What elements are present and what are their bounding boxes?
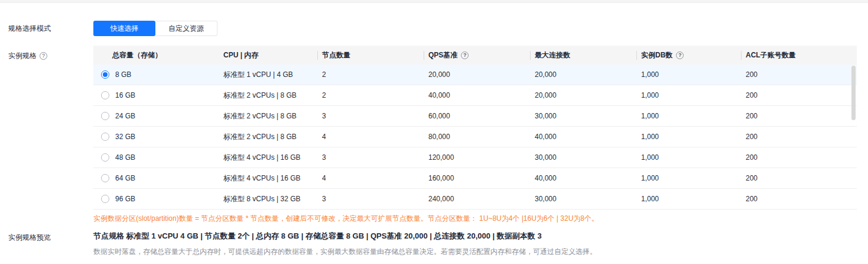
table-row[interactable]: 48 GB标准型 4 vCPUs | 16 GB3120,00030,0001,… [93, 147, 857, 168]
cell-value: 200 [746, 153, 758, 162]
cell-value: 200 [746, 174, 758, 182]
table-row[interactable]: 24 GB标准型 2 vCPUs | 8 GB360,00030,0001,00… [93, 106, 857, 127]
cell-acl: 200 [746, 133, 857, 141]
cell-capacity: 24 GB [93, 112, 223, 120]
mode-label: 规格选择模式 [8, 21, 93, 36]
spec-table: 总容量（存储）CPU | 内存节点数量QPS基准?最大连接数实例DB数?ACL子… [93, 46, 857, 224]
tab-quick-select[interactable]: 快速选择 [93, 21, 155, 36]
column-header-label: 实例DB数 [641, 50, 672, 60]
radio-button[interactable] [101, 153, 109, 162]
cell-value: 200 [746, 91, 758, 99]
table-row[interactable]: 64 GB标准型 4 vCPUs | 16 GB4160,00040,0001,… [93, 168, 857, 189]
cell-max_conn: 40,000 [535, 133, 641, 141]
cell-nodes: 4 [322, 133, 428, 141]
cell-nodes: 4 [322, 174, 428, 182]
partition-note: 实例数据分区(slot/partition)数量 = 节点分区数量 * 节点数量… [93, 214, 857, 224]
cell-capacity: 16 GB [93, 91, 223, 99]
cell-value: 200 [746, 133, 758, 141]
cell-qps: 80,000 [428, 133, 535, 141]
cell-max_conn: 40,000 [535, 174, 641, 182]
mode-row: 规格选择模式 快速选择自定义资源 [8, 21, 868, 36]
cell-acl: 200 [746, 153, 857, 162]
cell-value: 60,000 [428, 112, 450, 120]
cell-capacity: 64 GB [93, 174, 223, 182]
cell-qps: 240,000 [428, 195, 535, 203]
cell-value: 1,000 [641, 70, 659, 79]
cell-value: 32 GB [115, 133, 135, 141]
cell-db_count: 1,000 [641, 70, 746, 79]
cell-value: 2 [322, 91, 326, 99]
column-header: CPU | 内存 [223, 50, 322, 60]
cell-value: 160,000 [428, 174, 454, 182]
cell-value: 40,000 [428, 91, 450, 99]
cell-db_count: 1,000 [641, 91, 746, 99]
column-header-label: 总容量（存储） [112, 50, 162, 60]
cell-nodes: 3 [322, 112, 428, 120]
column-header: 总容量（存储） [93, 50, 223, 60]
cell-cpu_mem: 标准型 2 vCPUs | 8 GB [223, 111, 322, 121]
cell-value: 200 [746, 195, 758, 203]
scrollbar-thumb[interactable] [851, 66, 856, 120]
radio-button[interactable] [101, 70, 109, 79]
cell-acl: 200 [746, 112, 857, 120]
cell-value: 48 GB [115, 153, 135, 162]
help-icon[interactable]: ? [40, 52, 47, 60]
help-icon[interactable]: ? [676, 51, 684, 59]
cell-qps: 160,000 [428, 174, 535, 182]
cell-acl: 200 [746, 91, 857, 99]
column-header: ACL子账号数量 [746, 50, 857, 60]
cell-cpu_mem: 标准型 2 vCPUs | 8 GB [223, 132, 322, 142]
cell-value: 40,000 [535, 133, 557, 141]
cell-value: 4 [322, 133, 326, 141]
table-row[interactable]: 16 GB标准型 2 vCPUs | 8 GB240,00020,0001,00… [93, 85, 857, 106]
cell-value: 标准型 1 vCPU | 4 GB [223, 70, 293, 80]
column-header-label: ACL子账号数量 [746, 50, 796, 60]
cell-value: 3 [322, 195, 326, 203]
preview-label: 实例规格预览 [8, 231, 93, 243]
cell-cpu_mem: 标准型 1 vCPU | 4 GB [223, 70, 322, 80]
help-icon[interactable]: ? [461, 51, 469, 59]
radio-button[interactable] [101, 174, 109, 182]
cell-value: 标准型 2 vCPUs | 8 GB [223, 111, 297, 121]
cell-db_count: 1,000 [641, 174, 746, 182]
table-row[interactable]: 96 GB标准型 8 vCPUs | 32 GB3240,00030,0001,… [93, 189, 857, 210]
spec-row: 实例规格 ? 总容量（存储）CPU | 内存节点数量QPS基准?最大连接数实例D… [8, 46, 868, 224]
cell-qps: 20,000 [428, 70, 535, 79]
cell-db_count: 1,000 [641, 133, 746, 141]
table-header: 总容量（存储）CPU | 内存节点数量QPS基准?最大连接数实例DB数?ACL子… [93, 46, 857, 65]
radio-button[interactable] [101, 195, 109, 203]
cell-acl: 200 [746, 70, 857, 79]
tab-custom-resource[interactable]: 自定义资源 [155, 21, 217, 36]
cell-value: 240,000 [428, 195, 454, 203]
spec-selection-panel: 规格选择模式 快速选择自定义资源 实例规格 ? 总容量（存储）CPU | 内存节… [0, 21, 868, 257]
column-header-label: 最大连接数 [535, 50, 570, 60]
cell-value: 80,000 [428, 133, 450, 141]
cell-value: 标准型 2 vCPUs | 8 GB [223, 91, 297, 101]
cell-acl: 200 [746, 174, 857, 182]
cell-value: 标准型 2 vCPUs | 8 GB [223, 132, 297, 142]
table-row[interactable]: 8 GB标准型 1 vCPU | 4 GB220,00020,0001,0002… [93, 65, 857, 85]
column-header-label: 节点数量 [322, 50, 350, 60]
cell-nodes: 2 [322, 70, 428, 79]
cell-value: 30,000 [535, 112, 557, 120]
cell-value: 1,000 [641, 174, 659, 182]
column-header: 实例DB数? [641, 50, 746, 60]
preview-content: 节点规格 标准型 1 vCPU 4 GB | 节点数量 2个 | 总内存 8 G… [93, 231, 597, 257]
spec-label: 实例规格 ? [8, 46, 93, 61]
radio-button[interactable] [101, 133, 109, 141]
cell-value: 20,000 [535, 91, 557, 99]
cell-value: 标准型 4 vCPUs | 16 GB [223, 153, 300, 163]
cell-capacity: 48 GB [93, 153, 223, 162]
cell-value: 1,000 [641, 153, 659, 162]
table-row[interactable]: 32 GB标准型 2 vCPUs | 8 GB480,00040,0001,00… [93, 127, 857, 147]
cell-db_count: 1,000 [641, 153, 746, 162]
radio-button[interactable] [101, 112, 109, 120]
column-header-label: QPS基准 [428, 50, 457, 60]
column-header: 节点数量 [322, 50, 428, 60]
cell-qps: 40,000 [428, 91, 535, 99]
cell-value: 8 GB [115, 70, 131, 79]
radio-button[interactable] [101, 91, 109, 99]
column-header-label: CPU | 内存 [223, 50, 258, 60]
cell-value: 20,000 [428, 70, 450, 79]
cell-db_count: 1,000 [641, 195, 746, 203]
